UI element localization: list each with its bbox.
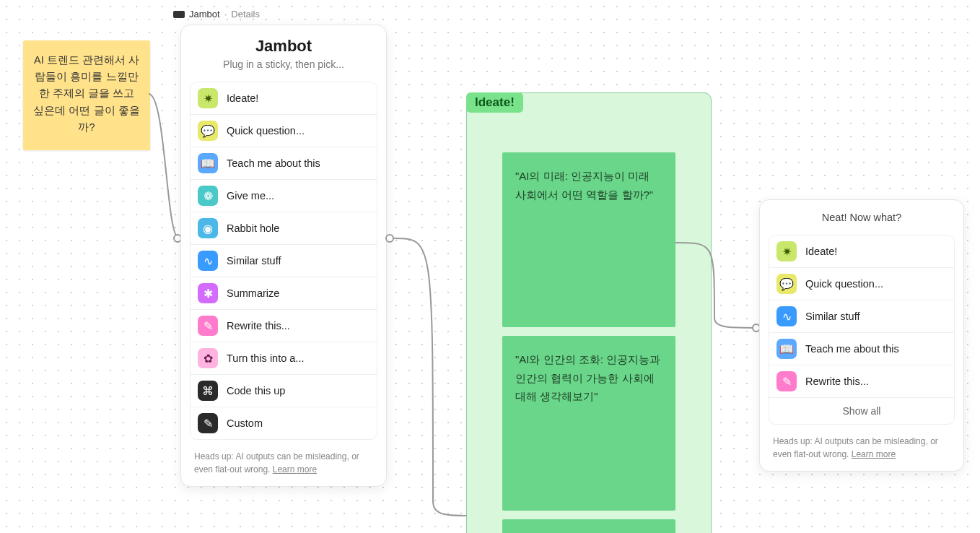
menu-item-label: Quick question... bbox=[227, 125, 305, 136]
menu-item-similar-stuff[interactable]: ∿Similar stuff bbox=[191, 244, 377, 277]
input-sticky-note[interactable]: AI 트렌드 관련해서 사람들이 흥미를 느낄만한 주제의 글을 쓰고 싶은데 … bbox=[23, 40, 150, 150]
menu-item-rewrite-this[interactable]: ✎Rewrite this... bbox=[191, 309, 377, 342]
menu-item-code-this-up[interactable]: ⌘Code this up bbox=[191, 374, 377, 407]
panel-title: Jambot bbox=[190, 37, 377, 56]
menu-item-give-me[interactable]: ❁Give me... bbox=[191, 179, 377, 212]
menu-item-teach-me-about-this[interactable]: 📖Teach me about this bbox=[769, 332, 954, 365]
menu-item-rewrite-this[interactable]: ✎Rewrite this... bbox=[769, 365, 954, 397]
ideate-label-badge: Ideate! bbox=[466, 92, 523, 113]
menu-item-quick-question[interactable]: 💬Quick question... bbox=[191, 114, 377, 147]
idea-card[interactable]: "AI의 미래: 인공지능이 미래 사회에서 어떤 역할을 할까?" bbox=[502, 152, 675, 327]
learn-more-link[interactable]: Learn more bbox=[852, 449, 896, 459]
menu-item-label: Rewrite this... bbox=[805, 376, 869, 387]
menu-item-label: Ideate! bbox=[227, 92, 258, 104]
panel-title: Neat! Now what? bbox=[769, 212, 955, 223]
menu-item-custom[interactable]: ✎Custom bbox=[191, 407, 377, 439]
menu-item-similar-stuff[interactable]: ∿Similar stuff bbox=[769, 300, 954, 332]
menu-item-label: Code this up bbox=[227, 385, 285, 396]
action-menu: ✷Ideate!💬Quick question...📖Teach me abou… bbox=[190, 82, 377, 440]
rewrite-icon: ✎ bbox=[198, 316, 218, 336]
ideate-output-container[interactable]: "AI의 미래: 인공지능이 미래 사회에서 어떤 역할을 할까?" "AI와 … bbox=[466, 92, 712, 533]
separator-dot: · bbox=[224, 9, 227, 20]
breadcrumb: Jambot · Details bbox=[173, 9, 260, 20]
menu-item-label: Give me... bbox=[227, 190, 274, 202]
ideate-icon: ✷ bbox=[198, 88, 218, 108]
menu-item-label: Quick question... bbox=[805, 278, 883, 290]
disclaimer: Heads up: AI outputs can be misleading, … bbox=[190, 450, 377, 476]
jambot-logo-icon bbox=[173, 11, 185, 18]
menu-item-rabbit-hole[interactable]: ◉Rabbit hole bbox=[191, 212, 377, 244]
menu-item-quick-question[interactable]: 💬Quick question... bbox=[769, 267, 954, 300]
similar-icon: ∿ bbox=[776, 306, 797, 326]
teach-icon: 📖 bbox=[198, 153, 218, 173]
give-me-icon: ❁ bbox=[198, 186, 218, 206]
ideate-icon: ✷ bbox=[776, 241, 797, 261]
menu-item-label: Teach me about this bbox=[805, 343, 899, 355]
learn-more-link[interactable]: Learn more bbox=[273, 464, 317, 474]
teach-icon: 📖 bbox=[776, 339, 797, 359]
turn-into-icon: ✿ bbox=[198, 348, 218, 368]
menu-item-turn-this-into-a[interactable]: ✿Turn this into a... bbox=[191, 342, 377, 374]
quick-question-icon: 💬 bbox=[776, 274, 797, 294]
idea-card[interactable] bbox=[502, 519, 675, 533]
show-all-button[interactable]: Show all bbox=[769, 397, 954, 424]
menu-item-label: Summarize bbox=[227, 287, 279, 299]
rewrite-icon: ✎ bbox=[776, 371, 797, 391]
menu-item-teach-me-about-this[interactable]: 📖Teach me about this bbox=[191, 147, 377, 179]
menu-item-label: Teach me about this bbox=[227, 157, 320, 169]
menu-item-label: Custom bbox=[227, 417, 263, 429]
sticky-text: AI 트렌드 관련해서 사람들이 흥미를 느낄만한 주제의 글을 쓰고 싶은데 … bbox=[33, 54, 139, 133]
menu-item-label: Rewrite this... bbox=[227, 320, 290, 332]
menu-item-label: Ideate! bbox=[805, 246, 837, 257]
quick-question-icon: 💬 bbox=[198, 121, 218, 141]
menu-item-label: Rabbit hole bbox=[227, 222, 279, 234]
connector-node bbox=[385, 234, 394, 243]
breadcrumb-details[interactable]: Details bbox=[231, 9, 260, 20]
similar-icon: ∿ bbox=[198, 251, 218, 271]
jambot-panel: Jambot Plug in a sticky, then pick... ✷I… bbox=[180, 25, 387, 487]
action-menu: ✷Ideate!💬Quick question...∿Similar stuff… bbox=[769, 235, 955, 425]
now-what-panel: Neat! Now what? ✷Ideate!💬Quick question.… bbox=[759, 199, 964, 472]
rabbit-hole-icon: ◉ bbox=[198, 218, 218, 238]
menu-item-ideate[interactable]: ✷Ideate! bbox=[191, 82, 377, 114]
panel-subtitle: Plug in a sticky, then pick... bbox=[190, 58, 377, 70]
code-icon: ⌘ bbox=[198, 381, 218, 401]
breadcrumb-app[interactable]: Jambot bbox=[189, 9, 220, 20]
menu-item-label: Turn this into a... bbox=[227, 352, 304, 364]
custom-icon: ✎ bbox=[198, 413, 218, 433]
menu-item-label: Similar stuff bbox=[805, 311, 859, 322]
menu-item-label: Similar stuff bbox=[227, 255, 281, 266]
menu-item-summarize[interactable]: ✱Summarize bbox=[191, 277, 377, 309]
idea-card[interactable]: "AI와 인간의 조화: 인공지능과 인간의 협력이 가능한 사회에 대해 생각… bbox=[502, 336, 675, 511]
summarize-icon: ✱ bbox=[198, 283, 218, 303]
menu-item-ideate[interactable]: ✷Ideate! bbox=[769, 235, 954, 267]
disclaimer: Heads up: AI outputs can be misleading, … bbox=[769, 435, 955, 461]
